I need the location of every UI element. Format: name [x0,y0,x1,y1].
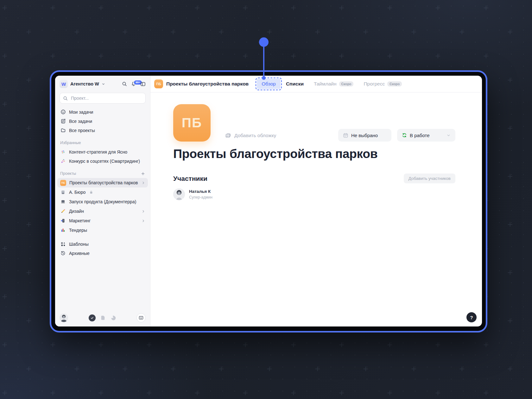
sidebar-item-label: Архивные [69,251,90,256]
workspace-switcher[interactable]: W Агентство W 99+ [55,76,150,90]
page-title: Проекты благоустройства парков [173,147,455,161]
sidebar-item-project-design[interactable]: Дизайн [57,206,148,216]
sidebar-item-label: Тендеры [69,228,87,233]
documents-icon[interactable] [100,315,106,320]
sidebar-item-label: Контент-стратегия для Ясно [69,149,127,155]
confetti-icon [60,158,66,164]
sidebar-item-my-tasks[interactable]: Мои задачи [55,107,150,117]
sidebar-item-label: Шаблоны [69,242,89,247]
chevron-right-icon [142,181,145,185]
status-in-progress-icon [402,133,407,138]
add-cover-button[interactable]: Добавить обложку [225,132,276,139]
sidebar-item-templates[interactable]: Шаблоны [55,239,150,249]
sidebar-item-project-bureau[interactable]: А. Бюро [57,187,148,197]
chevron-down-icon [446,133,451,137]
tab-timeline[interactable]: Таймлайн Скоро [309,79,358,89]
lock-icon [89,190,93,194]
sidebar-footer [55,310,150,326]
soon-badge: Скоро [339,81,354,87]
project-icon: ПБ [154,79,163,88]
member-row[interactable]: Наталья К Супер-админ [173,188,455,200]
project-overview-content: ПБ Добавить обложку Не выбрано [150,92,482,326]
search-icon [63,96,68,101]
tab-overview[interactable]: Обзор [257,79,281,89]
sidebar-item-project-parks[interactable]: ПБ Проекты благоустройства парков [57,178,148,187]
sidebar-nav: Мои задачи Все задачи Все проекты [55,107,150,135]
shortcuts-grid-icon[interactable] [136,313,146,322]
status-selector[interactable]: В работе [397,129,455,142]
sidebar-item-label: Мои задачи [69,110,93,115]
project-icon: ПБ [60,180,66,186]
sidebar-item-label: А. Бюро [69,190,86,195]
sidebar-item-archived[interactable]: Архивные [55,249,150,258]
history-icon [60,250,66,256]
sidebar: W Агентство W 99+ [55,76,150,326]
due-date-selector[interactable]: Не выбрано [338,129,391,142]
sidebar-item-favorite-content-strategy[interactable]: Контент-стратегия для Ясно [55,147,150,156]
calendar-icon [343,133,348,138]
sidebar-item-label: Запуск продукта (Документерра) [69,199,136,204]
due-date-value: Не выбрано [351,133,378,138]
image-icon [225,132,231,139]
help-button[interactable]: ? [466,312,477,322]
add-members-button[interactable]: Добавить участников [404,174,455,183]
sidebar-item-label: Все проекты [69,128,95,133]
laptop-icon [60,199,66,205]
tasks-check-icon[interactable] [89,314,96,321]
sidebar-item-all-projects[interactable]: Все проекты [55,126,150,135]
sidebar-item-project-tenders[interactable]: Тендеры [57,225,148,235]
tab-label: Прогресс [364,81,385,87]
sidebar-item-project-marketing[interactable]: Маркетинг [57,216,148,225]
sidebar-item-label: Все задачи [69,119,92,124]
templates-icon [60,241,66,247]
phone-icon [60,218,66,224]
project-topbar: ПБ Проекты благоустройства парков Обзор … [150,76,482,92]
sidebar-item-label: Маркетинг [69,218,91,223]
add-cover-label: Добавить обложку [234,133,276,138]
chevron-down-icon [102,82,105,86]
notifications-bell-icon[interactable]: 99+ [131,81,136,86]
sidebar-item-project-product-launch[interactable]: Запуск продукта (Документерра) [57,197,148,206]
pie-chart-icon[interactable] [111,315,116,320]
project-search[interactable] [60,93,146,104]
sidebar-toggle-icon[interactable] [140,81,146,87]
pencil-icon [60,208,66,214]
search-icon[interactable] [122,81,127,86]
projects-section-label: Проекты [60,171,145,176]
palette-icon [60,149,66,155]
member-role: Супер-админ [189,195,212,200]
sidebar-item-all-tasks[interactable]: Все задачи [55,117,150,126]
member-avatar [173,188,185,200]
folder-icon [60,128,66,133]
smiley-icon [60,109,66,115]
project-title: Проекты благоустройства парков [166,81,249,87]
bar-chart-icon [60,227,66,233]
app-window: W Агентство W 99+ [55,76,482,326]
members-heading: Участники [173,175,207,182]
sidebar-item-label: Проекты благоустройства парков [69,180,138,185]
soon-badge: Скоро [387,81,402,87]
tab-progress[interactable]: Прогресс Скоро [359,79,407,89]
tab-lists[interactable]: Списки [281,79,308,89]
chevron-right-icon [142,210,145,213]
add-project-icon[interactable] [141,172,145,176]
annotation-pointer-dot [259,37,269,47]
sidebar-item-label: Дизайн [69,209,84,214]
favorites-section-label: Избранные [60,141,145,145]
search-input[interactable] [70,95,142,101]
task-list-icon [60,118,66,124]
building-icon [60,189,66,195]
project-cover-icon[interactable]: ПБ [173,104,211,142]
workspace-name: Агентство W [70,81,99,86]
project-tabs: Обзор Списки Таймлайн Скоро Прогресс Ско… [257,79,407,89]
main-panel: ПБ Проекты благоустройства парков Обзор … [150,76,482,326]
chevron-right-icon [142,219,145,223]
workspace-logo: W [60,80,68,88]
status-value: В работе [410,133,430,138]
spacer [55,235,150,239]
user-avatar[interactable] [60,314,68,322]
member-name: Наталья К [189,189,212,194]
sidebar-item-favorite-contest[interactable]: Конкурс в соцсетях (Смартридинг) [55,156,150,166]
tab-label: Таймлайн [314,81,337,87]
sidebar-item-label: Конкурс в соцсетях (Смартридинг) [69,159,140,164]
